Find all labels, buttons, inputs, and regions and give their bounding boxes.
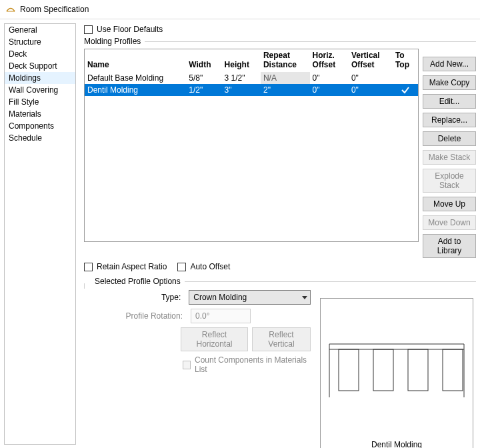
titlebar: Room Specification bbox=[0, 0, 480, 19]
col-horiz[interactable]: Horiz. Offset bbox=[310, 49, 349, 72]
col-vert[interactable]: Vertical Offset bbox=[349, 49, 393, 72]
replace-button[interactable]: Replace... bbox=[423, 113, 476, 127]
sidebar-item-fill-style[interactable]: Fill Style bbox=[5, 96, 75, 108]
selected-profile-section: Selected Profile Options bbox=[84, 277, 476, 286]
cell-name[interactable]: Default Base Molding bbox=[85, 72, 186, 84]
sidebar-item-moldings[interactable]: Moldings bbox=[5, 72, 75, 84]
type-label: Type: bbox=[84, 293, 189, 302]
svg-rect-4 bbox=[373, 349, 393, 391]
molding-profiles-section: Molding Profiles bbox=[84, 37, 476, 46]
col-totop[interactable]: To Top bbox=[393, 49, 418, 72]
auto-offset-checkbox[interactable]: Auto Offset bbox=[177, 262, 230, 271]
app-icon bbox=[5, 4, 16, 15]
cell-horiz[interactable]: 0" bbox=[310, 72, 349, 84]
svg-rect-6 bbox=[443, 349, 463, 391]
reflect-vertical-button: Reflect Vertical bbox=[252, 327, 311, 351]
table-row[interactable]: Dentil Molding 1/2" 3" 2" 0" 0" bbox=[85, 84, 418, 96]
col-width[interactable]: Width bbox=[186, 49, 221, 72]
sidebar-item-materials[interactable]: Materials bbox=[5, 108, 75, 120]
checkbox-icon bbox=[84, 263, 93, 271]
table-header-row: Name Width Height Repeat Distance Horiz.… bbox=[85, 49, 418, 72]
molding-profiles-label: Molding Profiles bbox=[84, 37, 141, 46]
cell-totop[interactable] bbox=[393, 84, 418, 96]
reflect-horizontal-button: Reflect Horizontal bbox=[181, 327, 248, 351]
preview-caption: Dentil Molding bbox=[371, 440, 422, 448]
type-dropdown[interactable]: Crown Molding bbox=[189, 290, 311, 305]
move-down-button: Move Down bbox=[423, 215, 476, 230]
dentil-preview-icon bbox=[327, 337, 467, 431]
add-to-library-button[interactable]: Add to Library bbox=[423, 234, 476, 258]
cell-vert[interactable]: 0" bbox=[349, 84, 393, 96]
type-value: Crown Molding bbox=[193, 293, 247, 302]
sidebar-item-deck[interactable]: Deck bbox=[5, 48, 75, 60]
count-components-label: Count Components in Materials List bbox=[195, 355, 311, 374]
cell-name[interactable]: Dentil Molding bbox=[85, 84, 186, 96]
use-floor-defaults-checkbox[interactable]: Use Floor Defaults bbox=[84, 25, 163, 34]
cell-height[interactable]: 3" bbox=[222, 84, 261, 96]
svg-rect-5 bbox=[408, 349, 428, 391]
profile-preview: Dentil Molding bbox=[320, 298, 473, 448]
window-title: Room Specification bbox=[20, 5, 89, 14]
sidebar-item-deck-support[interactable]: Deck Support bbox=[5, 60, 75, 72]
cell-repeat[interactable]: 2" bbox=[261, 84, 310, 96]
cell-vert[interactable]: 0" bbox=[349, 72, 393, 84]
delete-button[interactable]: Delete bbox=[423, 131, 476, 146]
sidebar: General Structure Deck Deck Support Mold… bbox=[4, 23, 76, 445]
cell-horiz[interactable]: 0" bbox=[310, 84, 349, 96]
sidebar-item-general[interactable]: General bbox=[5, 24, 75, 36]
cell-totop[interactable] bbox=[393, 72, 418, 84]
checkbox-icon bbox=[183, 361, 191, 369]
molding-table[interactable]: Name Width Height Repeat Distance Horiz.… bbox=[84, 49, 419, 242]
selected-profile-label: Selected Profile Options bbox=[95, 277, 181, 286]
make-copy-button[interactable]: Make Copy bbox=[423, 75, 476, 90]
cell-repeat[interactable]: N/A bbox=[261, 72, 310, 84]
sidebar-item-schedule[interactable]: Schedule bbox=[5, 132, 75, 144]
edit-button[interactable]: Edit... bbox=[423, 94, 476, 109]
chevron-down-icon bbox=[302, 296, 307, 299]
rotation-label: Profile Rotation: bbox=[84, 311, 191, 321]
rotation-input: 0.0° bbox=[191, 309, 251, 323]
auto-offset-label: Auto Offset bbox=[190, 262, 230, 271]
rotation-value: 0.0° bbox=[195, 311, 209, 321]
col-name[interactable]: Name bbox=[85, 49, 186, 72]
make-stack-button: Make Stack bbox=[423, 150, 476, 165]
checkbox-icon bbox=[177, 263, 186, 271]
sidebar-item-structure[interactable]: Structure bbox=[5, 36, 75, 48]
cell-height[interactable]: 3 1/2" bbox=[222, 72, 261, 84]
col-height[interactable]: Height bbox=[222, 49, 261, 72]
svg-rect-3 bbox=[339, 349, 359, 391]
check-icon bbox=[401, 85, 410, 95]
explode-stack-button: Explode Stack bbox=[423, 169, 476, 193]
sidebar-item-wall-covering[interactable]: Wall Covering bbox=[5, 84, 75, 96]
count-components-checkbox: Count Components in Materials List bbox=[183, 355, 311, 374]
main-panel: Use Floor Defaults Molding Profiles Name… bbox=[76, 19, 480, 448]
move-up-button[interactable]: Move Up bbox=[423, 197, 476, 211]
checkbox-icon bbox=[84, 25, 93, 34]
cell-width[interactable]: 5/8" bbox=[186, 72, 221, 84]
table-row[interactable]: Default Base Molding 5/8" 3 1/2" N/A 0" … bbox=[85, 72, 418, 84]
retain-aspect-label: Retain Aspect Ratio bbox=[97, 262, 167, 271]
add-new-button[interactable]: Add New... bbox=[423, 57, 476, 71]
cell-width[interactable]: 1/2" bbox=[186, 84, 221, 96]
sidebar-item-components[interactable]: Components bbox=[5, 120, 75, 132]
retain-aspect-checkbox[interactable]: Retain Aspect Ratio bbox=[84, 262, 167, 271]
use-floor-defaults-label: Use Floor Defaults bbox=[97, 25, 163, 34]
col-repeat[interactable]: Repeat Distance bbox=[261, 49, 310, 72]
profile-buttons: Add New... Make Copy Edit... Replace... … bbox=[423, 57, 476, 258]
